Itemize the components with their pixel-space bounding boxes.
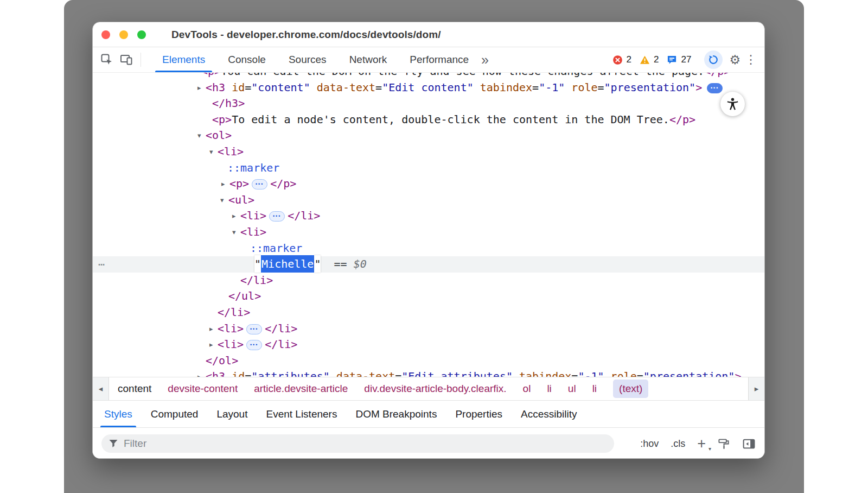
gear-icon: ⚙ [729,53,741,67]
code-sel[interactable]: Michelle [261,255,314,273]
tab-performance[interactable]: Performance [398,47,480,72]
tree-collapse-arrow-icon[interactable]: ▾ [232,224,240,241]
breadcrumb: ◂ contentdevsite-contentarticle.devsite-… [93,377,764,401]
tab-elements[interactable]: Elements [151,47,216,72]
row-gutter-dots-icon[interactable]: … [98,254,106,270]
element-classes-button[interactable]: .cls [671,438,685,450]
dom-row-17[interactable]: ▸<li>•••</li> [93,337,764,353]
paint-roller-button[interactable] [718,438,730,450]
issues-count[interactable]: 27 [681,54,691,65]
tree-expand-arrow-icon[interactable]: ▸ [197,369,206,377]
ellipsis-expand-icon[interactable]: ••• [246,324,262,334]
dom-row-2[interactable]: </h3> [93,96,764,112]
ellipsis-expand-icon[interactable]: ••• [246,340,262,350]
menu-button[interactable]: ⋮ [745,54,757,66]
tree-expand-arrow-icon[interactable]: ▸ [221,176,229,192]
sidebar-tab-accessibility[interactable]: Accessibility [512,401,586,427]
sidebar-tab-properties[interactable]: Properties [446,401,512,427]
tab-console[interactable]: Console [216,47,277,72]
breadcrumb-scroll-left-button[interactable]: ◂ [93,377,109,400]
sidebar-tab-styles[interactable]: Styles [95,401,142,427]
tree-expand-arrow-icon[interactable]: ▸ [209,321,218,337]
dom-row-3[interactable]: <p>To edit a node's content, double-clic… [93,112,764,128]
crumb-ol[interactable]: ol [523,383,531,395]
tree-expand-arrow-icon[interactable]: ▸ [197,80,206,96]
dom-row-1[interactable]: ▸<h3 id="content" data-text="Edit conten… [93,80,764,96]
screenshot-backdrop: DevTools - developer.chrome.com/docs/dev… [64,0,804,493]
ellipsis-expand-icon[interactable]: ••• [269,211,285,222]
crumb-li[interactable]: li [547,383,551,395]
code-tag: </p> [704,73,730,78]
ellipsis-expand-icon[interactable]: ••• [252,179,267,189]
zoom-button[interactable] [137,30,146,39]
device-toolbar-button[interactable] [117,50,136,69]
plus-icon: + [697,435,706,452]
warning-icon[interactable] [640,55,650,65]
dom-row-4[interactable]: ▾<ol> [93,128,764,144]
toggle-element-state-button[interactable]: :hov [640,438,659,450]
sync-button[interactable] [704,50,723,69]
dom-row-14[interactable]: </ul> [93,288,764,305]
devtools-window: DevTools - developer.chrome.com/docs/dev… [92,22,765,459]
crumb-article-devsite-article[interactable]: article.devsite-article [254,383,348,395]
error-icon[interactable] [612,55,623,65]
settings-button[interactable]: ⚙ [729,54,741,66]
dom-row-19[interactable]: ▸<h3 id="attributes" data-text="Edit att… [93,369,764,377]
dom-row-10[interactable]: ▾<li> [93,224,764,241]
dom-row-5[interactable]: ▾<li> [93,144,764,160]
tree-expand-arrow-icon[interactable]: ▸ [209,337,218,353]
tree-collapse-arrow-icon[interactable]: ▾ [197,128,206,144]
toggle-sidebar-icon [742,437,756,451]
crumb-devsite-content[interactable]: devsite-content [168,383,238,395]
dom-row-18[interactable]: </ol> [93,353,764,369]
more-tabs-button[interactable]: » [481,53,489,67]
tree-expand-arrow-icon[interactable]: ▸ [232,208,240,224]
dom-row-0[interactable]: <p>You can edit the DOM on the fly and s… [93,73,764,80]
dom-row-9[interactable]: ▸<li>•••</li> [93,208,764,224]
crumb-ul[interactable]: ul [568,383,576,395]
toggle-sidebar-button[interactable] [742,437,756,451]
dom-row-15[interactable]: </li> [93,305,764,321]
code-val: "presentation" [604,81,696,94]
dom-rows: <p>You can edit the DOM on the fly and s… [93,73,764,377]
breadcrumb-scroll-right-button[interactable]: ▸ [748,377,764,400]
code-tag: </li> [240,274,273,287]
dom-row-13[interactable]: </li> [93,273,764,289]
ellipsis-expand-icon[interactable]: ••• [707,83,723,93]
tab-sources[interactable]: Sources [277,47,338,72]
code-marker: ::marker [250,242,302,255]
close-button[interactable] [101,30,110,39]
sidebar-tab-computed[interactable]: Computed [142,401,208,427]
code-attr: data-text [330,370,395,377]
code-pn: = [532,81,539,94]
error-count[interactable]: 2 [627,54,631,65]
tab-network[interactable]: Network [338,47,399,72]
sidebar-tab-dom-breakpoints[interactable]: DOM Breakpoints [346,401,446,427]
dom-row-8[interactable]: ▾<ul> [93,192,764,208]
dom-row-6[interactable]: ::marker [93,160,764,176]
sidebar-tab-layout[interactable]: Layout [207,401,257,427]
crumb-div-devsite-article-body-clearfix[interactable]: div.devsite-article-body.clearfix. [364,383,506,395]
inspect-element-button[interactable] [97,50,117,69]
crumb-content[interactable]: content [118,383,151,395]
accessibility-overlay-button[interactable] [720,92,745,116]
code-tag: <li> [218,145,244,158]
crumb-text[interactable]: (text) [613,380,648,398]
code-dollar: $0 [354,257,367,270]
new-style-rule-button[interactable]: +▾ [697,437,706,451]
dom-row-12[interactable]: …"Michelle" == $0 [93,256,764,273]
tree-collapse-arrow-icon[interactable]: ▾ [209,144,218,160]
tree-collapse-arrow-icon[interactable]: ▾ [220,192,228,208]
minimize-button[interactable] [119,30,128,39]
dom-row-11[interactable]: ::marker [93,241,764,257]
dom-row-7[interactable]: ▸<p>•••</p> [93,176,764,192]
dom-row-16[interactable]: ▸<li>•••</li> [93,321,764,337]
issues-icon[interactable] [667,55,677,65]
crumb-li[interactable]: li [592,383,597,395]
code-marker: ::marker [227,161,279,174]
sidebar-tab-event-listeners[interactable]: Event Listeners [257,401,346,427]
chevron-left-icon: ◂ [99,384,103,393]
warning-count[interactable]: 2 [654,54,659,65]
filter-input[interactable]: Filter [101,434,614,453]
styles-toolbar-actions: :hov .cls +▾ [640,437,756,451]
